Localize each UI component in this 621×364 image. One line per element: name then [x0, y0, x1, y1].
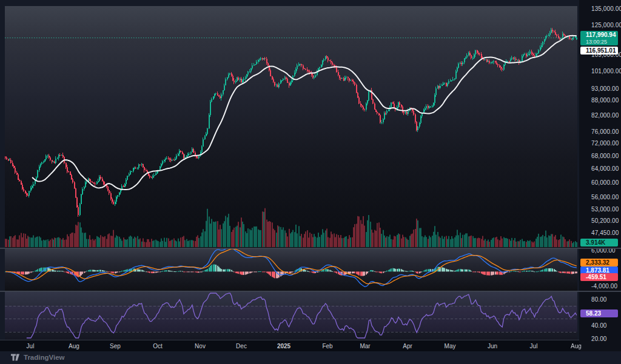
axis-tick-label: 68,000.00 [591, 152, 619, 159]
time-tick-label: Jul [27, 342, 35, 349]
axis-tick-label: 125,000.00 [591, 22, 621, 28]
chart-window: 117,990.94 13:00:25 116,951.01 3.914K 2,… [0, 0, 621, 364]
axis-tick-label: -4,000.00 [591, 283, 617, 290]
time-tick-label: Dec [236, 342, 247, 349]
time-tick-label: Apr [403, 342, 412, 349]
pane-separator[interactable] [0, 291, 621, 292]
time-tick-label: Aug [69, 342, 79, 349]
axis-tick-label: 76,000.00 [591, 128, 619, 135]
time-tick-label: Mar [360, 342, 370, 349]
axis-tick-label: 80.00 [591, 296, 607, 303]
time-tick-label: Aug [571, 342, 582, 349]
axis-tick-label: 135,000.00 [591, 5, 621, 12]
secondary-price-badge: 116,951.01 [580, 47, 618, 55]
axis-tick-label: 56,000.00 [591, 194, 619, 200]
axis-tick-label: 20.00 [591, 335, 607, 342]
price-scale[interactable]: 117,990.94 13:00:25 116,951.01 3.914K 2,… [579, 0, 621, 351]
time-axis[interactable]: JulAugSepOctNovDec2025FebMarAprMayJunJul… [0, 340, 579, 351]
axis-tick-label: 53,000.00 [591, 205, 619, 212]
axis-tick-label: 82,000.00 [591, 112, 619, 119]
time-tick-label: Jun [488, 342, 497, 349]
axis-tick-label: 50,200.00 [591, 217, 619, 223]
tradingview-logo-icon [11, 354, 20, 361]
time-tick-label: Nov [195, 342, 206, 349]
macd-signal-badge: 2,333.32 [580, 259, 618, 266]
time-tick-label: Oct [153, 342, 163, 349]
rsi-value-badge: 58.23 [580, 309, 618, 317]
bottom-bar [0, 351, 621, 364]
axis-tick-label: 64,000.00 [591, 165, 619, 171]
axis-tick-label: 60,000.00 [591, 179, 619, 185]
last-price-badge: 117,990.94 13:00:25 [580, 31, 618, 45]
axis-tick-label: 88,000.00 [591, 97, 619, 104]
time-tick-label: 2025 [277, 342, 290, 349]
axis-tick-label: 101,000.00 [591, 67, 621, 74]
axis-tick-label: 72,000.00 [591, 140, 619, 147]
tradingview-attribution[interactable]: TradingView [11, 354, 65, 361]
bar-countdown: 13:00:25 [586, 39, 618, 45]
last-price-value: 117,990.94 [586, 31, 618, 38]
time-tick-label: Jul [530, 342, 538, 349]
axis-tick-label: 47,450.00 [591, 229, 619, 236]
pane-separator[interactable] [0, 248, 621, 249]
axis-tick-label: 40.00 [591, 322, 607, 329]
tradingview-label: TradingView [24, 354, 65, 361]
time-tick-label: Feb [322, 342, 332, 349]
time-tick-label: May [445, 342, 456, 349]
chart-canvas[interactable] [0, 0, 621, 364]
time-tick-label: Sep [110, 342, 121, 349]
volume-value-badge: 3.914K [580, 239, 618, 247]
macd-histogram-badge: -459.51 [580, 273, 618, 281]
axis-tick-label: 93,000.00 [591, 85, 619, 91]
